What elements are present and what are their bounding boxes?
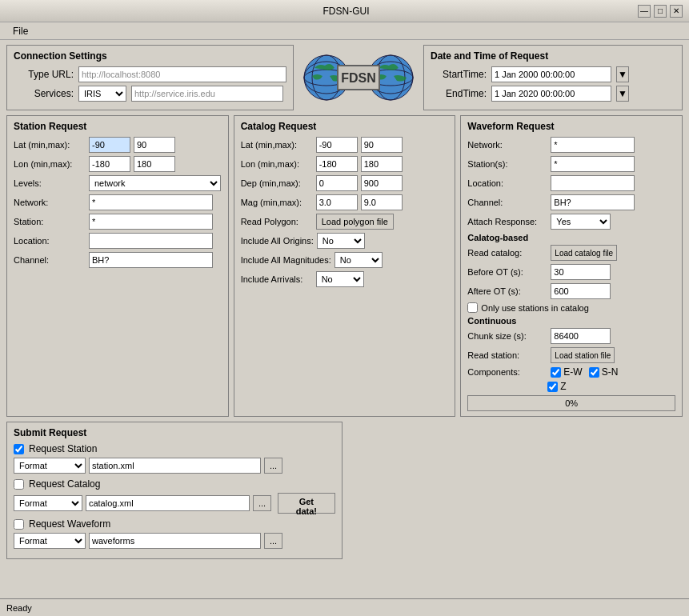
fdsn-logo: FDSN: [302, 54, 415, 102]
station-channel-label: Channel:: [14, 255, 86, 265]
menu-file[interactable]: File: [6, 24, 34, 38]
waveform-network-input[interactable]: [551, 137, 635, 153]
station-lat-label: Lat (min,max):: [14, 140, 86, 150]
waveform-title: Waveform Request: [467, 121, 675, 132]
status-text: Ready: [6, 603, 32, 613]
station-location-label: Location:: [14, 236, 86, 246]
catalog-title: Catalog Request: [241, 121, 449, 132]
waveform-location-input[interactable]: [551, 175, 635, 191]
request-waveform-checkbox[interactable]: [14, 519, 24, 530]
only-stations-checkbox[interactable]: [467, 302, 478, 313]
request-station-label: Request Station: [29, 443, 97, 454]
datetime-section: Date and Time of Request StartTime: ▼ En…: [423, 45, 683, 110]
station-station-label: Station:: [14, 217, 86, 226]
sn-label: S-N: [602, 366, 619, 378]
sn-checkbox[interactable]: [589, 367, 599, 378]
station-network-label: Network:: [14, 198, 86, 207]
z-checkbox[interactable]: [547, 382, 558, 392]
svg-text:FDSN: FDSN: [341, 71, 376, 85]
waveform-dots-button[interactable]: ...: [264, 533, 282, 549]
waveform-network-label: Network:: [467, 140, 547, 150]
chunk-size-input[interactable]: [551, 328, 611, 344]
waveform-section: Waveform Request Network: Station(s): Lo…: [460, 115, 683, 417]
catalog-lon-min[interactable]: [316, 156, 358, 172]
connection-title: Connection Settings: [14, 50, 286, 62]
waveform-station-label: Station(s):: [467, 159, 547, 169]
catalog-dots-button[interactable]: ...: [253, 495, 271, 511]
start-time-dropdown[interactable]: ▼: [616, 66, 629, 82]
start-time-label: StartTime:: [431, 69, 487, 80]
levels-select[interactable]: network station channel response: [89, 175, 221, 191]
waveform-channel-input[interactable]: [551, 194, 635, 210]
magnitudes-select[interactable]: No Yes: [334, 252, 383, 268]
datetime-title: Date and Time of Request: [431, 50, 675, 62]
chunk-size-label: Chunk size (s):: [467, 331, 547, 341]
magnitudes-label: Include All Magnitudes:: [241, 255, 331, 265]
station-lon-label: Lon (min,max):: [14, 159, 86, 169]
fdsn-logo-area: FDSN: [298, 45, 419, 110]
catalog-lon-label: Lon (min,max):: [241, 159, 313, 169]
station-network-input[interactable]: [89, 194, 213, 210]
menu-bar: File: [0, 22, 689, 40]
ew-checkbox[interactable]: [551, 367, 561, 378]
catalog-lat-min[interactable]: [316, 137, 358, 153]
z-label: Z: [560, 381, 566, 392]
end-time-dropdown[interactable]: ▼: [616, 86, 629, 102]
close-button[interactable]: ✕: [670, 5, 683, 18]
load-polygon-button[interactable]: Load polygon file: [316, 214, 394, 230]
request-catalog-checkbox[interactable]: [14, 479, 24, 490]
catalog-section: Catalog Request Lat (min,max): Lon (min,…: [234, 115, 456, 417]
catalog-based-title: Calatog-based: [467, 233, 675, 242]
minimize-button[interactable]: —: [638, 5, 651, 18]
catalog-mag-min[interactable]: [316, 194, 358, 210]
waveform-location-label: Location:: [467, 178, 547, 188]
catalog-mag-max[interactable]: [361, 194, 403, 210]
load-catalog-button[interactable]: Load catalog file: [551, 245, 617, 261]
waveform-station-input[interactable]: [551, 156, 635, 172]
get-data-button[interactable]: Get data!: [278, 493, 334, 514]
type-url-input[interactable]: [78, 66, 286, 82]
station-section: Station Request Lat (min,max): Lon (min,…: [6, 115, 229, 417]
station-title: Station Request: [14, 121, 222, 132]
services-select[interactable]: IRIS: [78, 86, 126, 102]
attach-response-select[interactable]: Yes No: [551, 214, 611, 230]
after-ot-input[interactable]: [551, 283, 611, 299]
request-station-checkbox[interactable]: [14, 444, 24, 454]
progress-bar: 0%: [467, 395, 675, 411]
before-ot-input[interactable]: [551, 264, 611, 280]
restore-button[interactable]: □: [654, 5, 667, 18]
arrivals-label: Include Arrivals:: [241, 274, 313, 284]
station-station-input[interactable]: [89, 214, 213, 230]
catalog-mag-label: Mag (min,max):: [241, 198, 313, 207]
request-waveform-label: Request Waveform: [29, 518, 110, 530]
station-channel-input[interactable]: [89, 252, 213, 268]
status-bar: Ready: [0, 598, 689, 616]
waveform-format-input[interactable]: [89, 533, 261, 549]
arrivals-select[interactable]: No Yes: [316, 271, 364, 287]
waveform-channel-label: Channel:: [467, 198, 547, 207]
catalog-lon-max[interactable]: [361, 156, 403, 172]
catalog-dep-max[interactable]: [361, 175, 403, 191]
end-time-input[interactable]: [491, 86, 611, 102]
start-time-input[interactable]: [491, 66, 611, 82]
station-lon-max[interactable]: [134, 156, 175, 172]
catalog-format-select[interactable]: Format: [14, 495, 82, 511]
load-station-button[interactable]: Load station file: [551, 347, 615, 363]
services-url-input[interactable]: [131, 86, 283, 102]
station-lon-min[interactable]: [89, 156, 130, 172]
polygon-label: Read Polygon:: [241, 217, 313, 226]
station-dots-button[interactable]: ...: [264, 458, 282, 474]
station-format-select[interactable]: Format: [14, 458, 86, 474]
after-ot-label: Aftere OT (s):: [467, 286, 547, 296]
catalog-format-input[interactable]: [86, 495, 250, 511]
station-lat-max[interactable]: [134, 137, 175, 153]
station-format-input[interactable]: [89, 458, 261, 474]
submit-right-space: [347, 422, 683, 559]
station-lat-min[interactable]: [89, 137, 130, 153]
catalog-dep-min[interactable]: [316, 175, 358, 191]
origins-select[interactable]: No Yes: [317, 233, 365, 249]
catalog-lat-max[interactable]: [361, 137, 403, 153]
waveform-format-select[interactable]: Format: [14, 533, 86, 549]
station-location-input[interactable]: [89, 233, 213, 249]
submit-section: Submit Request Request Station Format ..…: [6, 422, 342, 559]
